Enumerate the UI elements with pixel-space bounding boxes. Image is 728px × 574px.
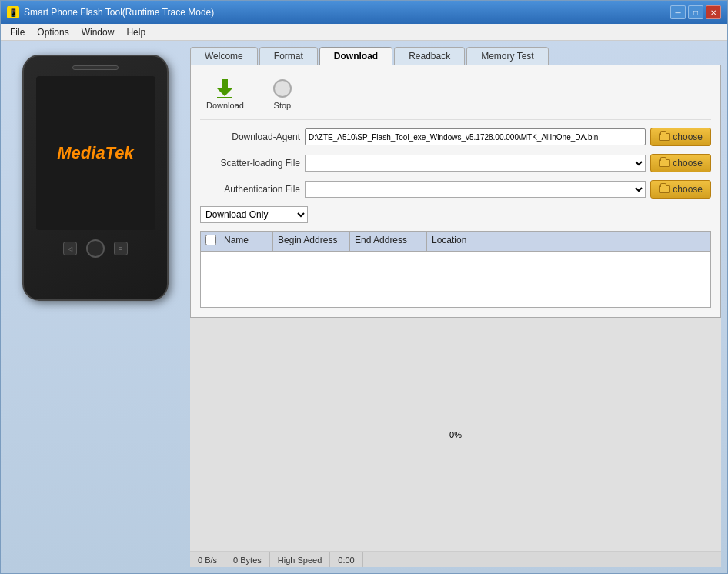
phone-home-btn — [86, 239, 105, 258]
svg-marker-1 — [217, 88, 232, 96]
phone-panel: MediaTek ◁ ≡ — [7, 47, 184, 567]
maximize-button[interactable]: □ — [688, 5, 703, 19]
time-display: 0:00 — [330, 552, 362, 567]
main-window: 📱 Smart Phone Flash Tool(Runtime Trace M… — [0, 0, 728, 574]
tabs: Welcome Format Download Readback Memory … — [190, 47, 721, 65]
folder-icon — [659, 133, 670, 141]
phone-speaker — [72, 65, 119, 70]
main-content: MediaTek ◁ ≡ Welcome Format Download Rea… — [1, 41, 727, 573]
scatter-loading-select[interactable] — [305, 155, 646, 172]
stop-button[interactable]: Stop — [265, 75, 299, 113]
bottom-status-bar: 0 B/s 0 Bytes High Speed 0:00 — [190, 552, 721, 567]
close-button[interactable]: ✕ — [706, 5, 721, 19]
progress-bar: 0% — [190, 318, 721, 552]
download-agent-label: Download-Agent — [200, 132, 300, 142]
speed-display: 0 B/s — [190, 552, 225, 567]
toolbar: Download Stop — [200, 75, 711, 120]
auth-file-label: Authentication File — [200, 184, 300, 195]
choose-agent-button[interactable]: choose — [650, 128, 711, 146]
phone-body: MediaTek ◁ ≡ — [22, 55, 169, 301]
partition-table: Name Begin Address End Address Location — [200, 231, 711, 308]
th-end-address: End Address — [350, 232, 427, 251]
download-label: Download — [206, 101, 244, 110]
tab-readback[interactable]: Readback — [394, 47, 465, 65]
connection-display: High Speed — [270, 552, 331, 567]
download-agent-row: Download-Agent choose — [200, 128, 711, 146]
stop-label: Stop — [274, 101, 292, 110]
auth-file-row: Authentication File choose — [200, 180, 711, 199]
folder-icon-2 — [659, 159, 670, 167]
bytes-display: 0 Bytes — [225, 552, 270, 567]
choose-scatter-button[interactable]: choose — [650, 154, 711, 172]
th-checkbox — [201, 232, 219, 251]
phone-menu-btn: ≡ — [114, 242, 128, 255]
download-button[interactable]: Download — [200, 75, 250, 113]
menu-options[interactable]: Options — [31, 25, 75, 39]
folder-icon-3 — [659, 185, 670, 193]
scatter-loading-label: Scatter-loading File — [200, 158, 300, 169]
content-box: Download Stop Download-Agent — [190, 65, 721, 318]
title-bar: 📱 Smart Phone Flash Tool(Runtime Trace M… — [1, 1, 727, 24]
right-panel: Welcome Format Download Readback Memory … — [190, 47, 721, 567]
th-begin-address: Begin Address — [273, 232, 350, 251]
download-agent-input[interactable] — [305, 128, 646, 145]
tab-memory-test[interactable]: Memory Test — [466, 47, 548, 65]
table-body — [201, 252, 710, 307]
scatter-loading-row: Scatter-loading File choose — [200, 154, 711, 172]
window-title: Smart Phone Flash Tool(Runtime Trace Mod… — [24, 7, 214, 18]
menu-file[interactable]: File — [4, 25, 31, 39]
phone-back-btn: ◁ — [63, 242, 77, 255]
svg-rect-2 — [217, 97, 232, 98]
mode-row: Download Only Firmware Upgrade Custom Do… — [200, 206, 711, 223]
menu-window[interactable]: Window — [75, 25, 121, 39]
title-bar-left: 📱 Smart Phone Flash Tool(Runtime Trace M… — [7, 6, 214, 18]
phone-bottom: ◁ ≡ — [63, 239, 128, 258]
tab-format[interactable]: Format — [259, 47, 318, 65]
tab-download[interactable]: Download — [319, 47, 392, 65]
auth-file-select[interactable] — [305, 181, 646, 198]
download-icon — [214, 78, 235, 99]
table-header: Name Begin Address End Address Location — [201, 232, 710, 252]
select-all-checkbox[interactable] — [205, 235, 216, 245]
mediatek-logo: MediaTek — [57, 143, 133, 163]
menu-bar: File Options Window Help — [1, 24, 727, 41]
title-bar-buttons: ─ □ ✕ — [670, 5, 721, 19]
app-icon: 📱 — [7, 6, 19, 18]
menu-help[interactable]: Help — [120, 25, 152, 39]
th-name: Name — [219, 232, 273, 251]
minimize-button[interactable]: ─ — [670, 5, 686, 19]
phone-screen: MediaTek — [36, 76, 155, 230]
mode-select[interactable]: Download Only Firmware Upgrade Custom Do… — [200, 206, 308, 223]
progress-percent: 0% — [449, 430, 462, 439]
svg-rect-0 — [222, 79, 228, 88]
tab-welcome[interactable]: Welcome — [190, 47, 258, 65]
stop-icon — [272, 78, 293, 99]
th-location: Location — [427, 232, 710, 251]
choose-auth-button[interactable]: choose — [650, 180, 711, 199]
